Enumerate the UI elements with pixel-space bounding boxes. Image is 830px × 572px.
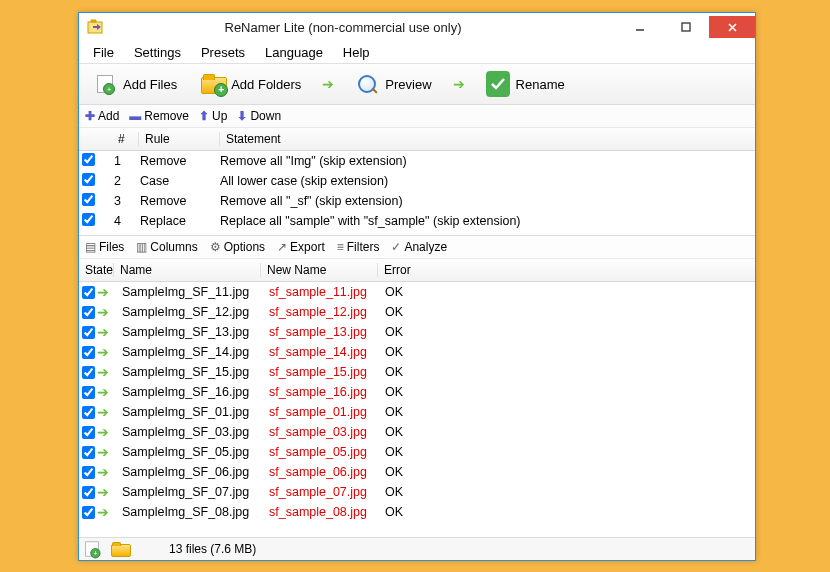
col-error[interactable]: Error <box>378 263 446 277</box>
arrow-right-icon: ➔ <box>97 464 109 480</box>
arrow-icon: ➔ <box>317 76 339 92</box>
file-row[interactable]: ➔SampleImg_SF_16.jpgsf_sample_16.jpgOK <box>79 382 755 402</box>
rules-down-button[interactable]: ⬇Down <box>237 109 281 123</box>
menubar: File Settings Presets Language Help <box>79 41 755 64</box>
arrow-right-icon: ➔ <box>97 304 109 320</box>
rule-checkbox[interactable] <box>82 193 95 206</box>
file-newname: sf_sample_06.jpg <box>263 465 379 479</box>
rule-type: Case <box>134 174 214 188</box>
file-row[interactable]: ➔SampleImg_SF_14.jpgsf_sample_14.jpgOK <box>79 342 755 362</box>
down-arrow-icon: ⬇ <box>237 109 247 123</box>
folder-add-icon: + <box>201 74 225 94</box>
rule-type: Remove <box>134 194 214 208</box>
menu-help[interactable]: Help <box>335 43 378 62</box>
col-name[interactable]: Name <box>114 263 261 277</box>
file-checkbox[interactable] <box>82 446 95 459</box>
rename-button[interactable]: Rename <box>478 68 573 100</box>
rule-num: 3 <box>108 194 134 208</box>
file-row[interactable]: ➔SampleImg_SF_06.jpgsf_sample_06.jpgOK <box>79 462 755 482</box>
rule-statement: Remove all "_sf" (skip extension) <box>214 194 755 208</box>
files-button[interactable]: ▤Files <box>85 240 124 254</box>
rule-statement: All lower case (skip extension) <box>214 174 755 188</box>
rule-row[interactable]: 2CaseAll lower case (skip extension) <box>79 171 755 191</box>
rules-add-button[interactable]: ✚Add <box>85 109 119 123</box>
arrow-right-icon: ➔ <box>97 484 109 500</box>
file-newname: sf_sample_13.jpg <box>263 325 379 339</box>
maximize-button[interactable] <box>663 16 709 38</box>
file-checkbox[interactable] <box>82 346 95 359</box>
arrow-right-icon: ➔ <box>97 504 109 520</box>
file-error: OK <box>379 505 447 519</box>
export-button[interactable]: ↗Export <box>277 240 325 254</box>
menu-file[interactable]: File <box>85 43 122 62</box>
status-add-file-button[interactable]: + <box>83 540 101 558</box>
rule-row[interactable]: 1RemoveRemove all "Img" (skip extension) <box>79 151 755 171</box>
add-folders-button[interactable]: + Add Folders <box>193 68 309 100</box>
file-checkbox[interactable] <box>82 306 95 319</box>
arrow-right-icon: ➔ <box>97 344 109 360</box>
menu-language[interactable]: Language <box>257 43 331 62</box>
rule-checkbox[interactable] <box>82 173 95 186</box>
up-arrow-icon: ⬆ <box>199 109 209 123</box>
rule-row[interactable]: 4ReplaceReplace all "sample" with "sf_sa… <box>79 211 755 231</box>
add-files-button[interactable]: + Add Files <box>85 68 185 100</box>
file-newname: sf_sample_05.jpg <box>263 445 379 459</box>
file-name: SampleImg_SF_06.jpg <box>116 465 263 479</box>
rule-checkbox[interactable] <box>82 213 95 226</box>
add-folders-label: Add Folders <box>231 77 301 92</box>
file-row[interactable]: ➔SampleImg_SF_11.jpgsf_sample_11.jpgOK <box>79 282 755 302</box>
file-checkbox[interactable] <box>82 426 95 439</box>
menu-settings[interactable]: Settings <box>126 43 189 62</box>
file-row[interactable]: ➔SampleImg_SF_13.jpgsf_sample_13.jpgOK <box>79 322 755 342</box>
file-name: SampleImg_SF_14.jpg <box>116 345 263 359</box>
file-checkbox[interactable] <box>82 286 95 299</box>
file-row[interactable]: ➔SampleImg_SF_01.jpgsf_sample_01.jpgOK <box>79 402 755 422</box>
file-row[interactable]: ➔SampleImg_SF_08.jpgsf_sample_08.jpgOK <box>79 502 755 522</box>
col-state[interactable]: State <box>79 263 114 277</box>
file-row[interactable]: ➔SampleImg_SF_03.jpgsf_sample_03.jpgOK <box>79 422 755 442</box>
file-name: SampleImg_SF_07.jpg <box>116 485 263 499</box>
columns-button[interactable]: ▥Columns <box>136 240 197 254</box>
file-error: OK <box>379 285 447 299</box>
file-checkbox[interactable] <box>82 386 95 399</box>
rules-list: 1RemoveRemove all "Img" (skip extension)… <box>79 151 755 236</box>
rule-row[interactable]: 3RemoveRemove all "_sf" (skip extension) <box>79 191 755 211</box>
file-error: OK <box>379 485 447 499</box>
file-checkbox[interactable] <box>82 506 95 519</box>
rule-type: Remove <box>134 154 214 168</box>
col-num[interactable]: # <box>112 132 139 146</box>
file-checkbox[interactable] <box>82 366 95 379</box>
preview-button[interactable]: Preview <box>347 68 439 100</box>
filters-button[interactable]: ≡Filters <box>337 240 380 254</box>
file-checkbox[interactable] <box>82 326 95 339</box>
status-add-folder-button[interactable] <box>111 540 129 558</box>
file-error: OK <box>379 425 447 439</box>
menu-presets[interactable]: Presets <box>193 43 253 62</box>
arrow-right-icon: ➔ <box>97 424 109 440</box>
minimize-button[interactable] <box>617 16 663 38</box>
file-newname: sf_sample_03.jpg <box>263 425 379 439</box>
options-button[interactable]: ⚙Options <box>210 240 265 254</box>
close-button[interactable] <box>709 16 755 38</box>
file-row[interactable]: ➔SampleImg_SF_05.jpgsf_sample_05.jpgOK <box>79 442 755 462</box>
file-name: SampleImg_SF_08.jpg <box>116 505 263 519</box>
file-checkbox[interactable] <box>82 486 95 499</box>
minus-icon: ▬ <box>129 109 141 123</box>
rules-up-button[interactable]: ⬆Up <box>199 109 227 123</box>
col-statement[interactable]: Statement <box>220 132 755 146</box>
rule-checkbox[interactable] <box>82 153 95 166</box>
file-checkbox[interactable] <box>82 466 95 479</box>
statusbar: + 13 files (7.6 MB) <box>79 537 755 560</box>
col-newname[interactable]: New Name <box>261 263 378 277</box>
col-rule[interactable]: Rule <box>139 132 220 146</box>
rules-remove-button[interactable]: ▬Remove <box>129 109 189 123</box>
file-checkbox[interactable] <box>82 406 95 419</box>
file-row[interactable]: ➔SampleImg_SF_12.jpgsf_sample_12.jpgOK <box>79 302 755 322</box>
file-row[interactable]: ➔SampleImg_SF_07.jpgsf_sample_07.jpgOK <box>79 482 755 502</box>
files-header: State Name New Name Error <box>79 259 755 282</box>
file-newname: sf_sample_01.jpg <box>263 405 379 419</box>
arrow-right-icon: ➔ <box>97 384 109 400</box>
analyze-button[interactable]: ✓Analyze <box>391 240 447 254</box>
file-row[interactable]: ➔SampleImg_SF_15.jpgsf_sample_15.jpgOK <box>79 362 755 382</box>
preview-label: Preview <box>385 77 431 92</box>
